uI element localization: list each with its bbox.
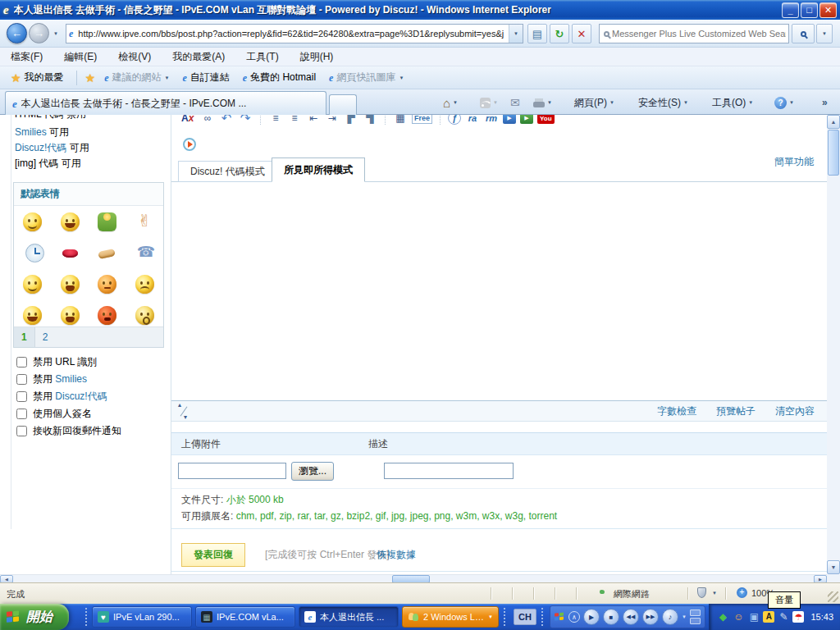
emoticon-sad[interactable] — [135, 275, 154, 294]
undo-icon[interactable]: ↶ — [219, 115, 234, 126]
emoticon-clock[interactable] — [25, 244, 44, 262]
tray-warning-icon[interactable]: A — [763, 611, 774, 623]
refresh-button[interactable]: ↻ — [550, 24, 569, 43]
float-left-icon[interactable]: ▛ — [344, 115, 358, 126]
remove-format-icon[interactable]: Ax — [181, 115, 196, 126]
ordered-list-icon[interactable]: ≡ — [268, 115, 283, 126]
emoticon-sleepy[interactable] — [135, 306, 154, 325]
address-field[interactable]: e ▼ — [66, 24, 523, 43]
insert-realmedia-icon[interactable]: rm — [484, 115, 499, 126]
print-button[interactable]: ▼ — [533, 93, 552, 112]
browse-button[interactable]: 瀏覽... — [291, 462, 334, 481]
preview-post-link[interactable]: 預覽帖子 — [716, 404, 756, 418]
emoticon-phone[interactable] — [135, 244, 154, 262]
pagination-page-1[interactable]: 1 — [14, 327, 35, 347]
email-notify-checkbox[interactable] — [16, 426, 27, 436]
taskbar-task-4-attention[interactable]: 2 Windows Li... ▼ — [402, 606, 499, 628]
emoticon-cry[interactable] — [61, 275, 80, 294]
emoticon-squint[interactable] — [98, 275, 116, 294]
taskbar-clock[interactable]: 15:43 — [810, 612, 833, 622]
home-button[interactable]: ⌂▼ — [443, 93, 458, 112]
emoticon-victory[interactable] — [135, 212, 154, 231]
taskbar-task-1[interactable]: ♥ IPvE vLan 290... — [92, 606, 192, 628]
menu-help[interactable]: 說明(H) — [290, 48, 345, 66]
emoticon-sob[interactable] — [61, 306, 80, 325]
search-input[interactable] — [609, 29, 788, 39]
attachment-description-input[interactable] — [384, 463, 514, 479]
wmp-play-button[interactable]: ▶ — [583, 609, 600, 625]
url-input[interactable] — [75, 29, 509, 39]
taskbar-task-3-active[interactable]: e 本人退出信長 ... — [299, 606, 399, 628]
emoticon-grin[interactable] — [61, 212, 80, 231]
tab-wysiwyg-mode[interactable]: 所見即所得模式 — [272, 158, 365, 182]
media-play-icon[interactable] — [183, 138, 196, 151]
command-overflow-chevron[interactable]: » — [822, 93, 828, 112]
menu-tools[interactable]: 工具(T) — [235, 48, 289, 66]
insert-wmv-icon[interactable]: ▶ — [520, 115, 533, 124]
new-tab-button[interactable] — [329, 94, 357, 115]
search-options-button[interactable]: ▼ — [816, 24, 833, 43]
tray-antivirus-icon[interactable]: ☂ — [792, 611, 804, 623]
tray-network-status-icon[interactable]: ◆ — [716, 610, 729, 623]
disable-smilies-checkbox[interactable] — [16, 374, 27, 385]
emoticon-smile[interactable] — [23, 212, 42, 231]
insert-wma-icon[interactable]: ▶ — [503, 115, 516, 124]
browser-tab-active[interactable]: e 本人退出信長 去做手術 - 信長之野望 - IPvE.COM ... — [5, 91, 326, 115]
menu-view[interactable]: 檢視(V) — [107, 48, 162, 66]
wmp-previous-button[interactable]: ◀◀ — [623, 609, 639, 625]
close-button[interactable]: ✕ — [819, 2, 837, 18]
discuz-code-link[interactable]: Discuz!代碼 — [15, 142, 66, 153]
resize-grip[interactable] — [828, 591, 838, 602]
post-reply-button[interactable]: 發表回復 — [181, 543, 245, 567]
simple-mode-link[interactable]: 簡單功能 — [774, 155, 814, 169]
fav-custom-links[interactable]: e 自訂連結 — [178, 69, 233, 86]
free-code-icon[interactable]: Free — [412, 115, 432, 124]
chevron-down-icon[interactable]: ▼ — [712, 591, 717, 596]
emoticon-handshake[interactable] — [98, 244, 116, 262]
vertical-scrollbar[interactable]: ▲ ▼ — [827, 115, 840, 574]
search-go-button[interactable] — [792, 24, 815, 43]
clear-content-link[interactable]: 清空內容 — [775, 404, 815, 418]
pagination-page-2[interactable]: 2 — [35, 327, 56, 347]
indent-icon[interactable]: ⇥ — [325, 115, 340, 126]
read-mail-button[interactable]: ✉ — [510, 93, 520, 112]
emoticon-hug[interactable] — [98, 212, 116, 231]
smilies-link[interactable]: Smilies — [15, 126, 47, 138]
scrollbar-thumb[interactable] — [828, 130, 839, 176]
chevron-down-icon[interactable]: ▼ — [682, 614, 687, 619]
insert-realaudio-icon[interactable]: ra — [465, 115, 480, 126]
attachment-file-input[interactable] — [178, 463, 286, 479]
fav-suggested-sites[interactable]: e 建議的網站 ▼ — [100, 69, 173, 86]
editor-textarea[interactable] — [171, 182, 828, 400]
insert-flash-icon[interactable]: ƒ — [448, 115, 461, 125]
wmp-restore-button[interactable] — [690, 609, 701, 625]
disable-discuz-code-checkbox[interactable] — [16, 391, 27, 402]
tools-menu-button[interactable]: 工具(O)▼ — [712, 93, 753, 112]
page-menu-button[interactable]: 網頁(P)▼ — [574, 93, 614, 112]
resize-editor-handle[interactable]: ▴ ▾ — [178, 403, 191, 419]
forward-button[interactable]: → — [29, 23, 49, 43]
insert-table-icon[interactable]: ▦ — [393, 115, 408, 126]
menu-file[interactable]: 檔案(F) — [0, 48, 53, 66]
word-count-link[interactable]: 字數檢查 — [657, 404, 696, 418]
disable-url-checkbox[interactable] — [16, 357, 27, 368]
tray-messenger-icon[interactable]: ☺ — [732, 610, 745, 623]
wmp-next-button[interactable]: ▶▶ — [642, 609, 659, 625]
tray-volume-icon[interactable]: ✎ — [777, 610, 790, 623]
fav-web-slice-gallery[interactable]: e 網頁快訊圖庫 ▼ — [325, 69, 408, 86]
help-button[interactable]: ?▼ — [774, 93, 794, 112]
scroll-up-button[interactable]: ▲ — [827, 115, 840, 129]
redo-icon[interactable]: ↷ — [238, 115, 253, 126]
taskbar-task-2[interactable]: ▦ IPvE.COM vLa... — [195, 606, 295, 628]
language-indicator[interactable]: CH — [514, 609, 536, 625]
tab-discuz-code-mode[interactable]: Discuz! 代碼模式 — [178, 161, 277, 182]
insert-youtube-icon[interactable]: You — [537, 115, 555, 124]
history-dropdown-icon[interactable]: ▼ — [53, 31, 58, 36]
float-right-icon[interactable]: ▜ — [363, 115, 377, 126]
minimize-button[interactable]: _ — [782, 2, 799, 18]
chevron-up-icon[interactable]: ∧ — [568, 611, 580, 623]
menu-edit[interactable]: 編輯(E) — [53, 48, 107, 66]
back-button[interactable]: ← — [7, 23, 27, 43]
search-box[interactable] — [599, 24, 789, 43]
add-favorite-icon[interactable]: ★ — [85, 71, 96, 84]
